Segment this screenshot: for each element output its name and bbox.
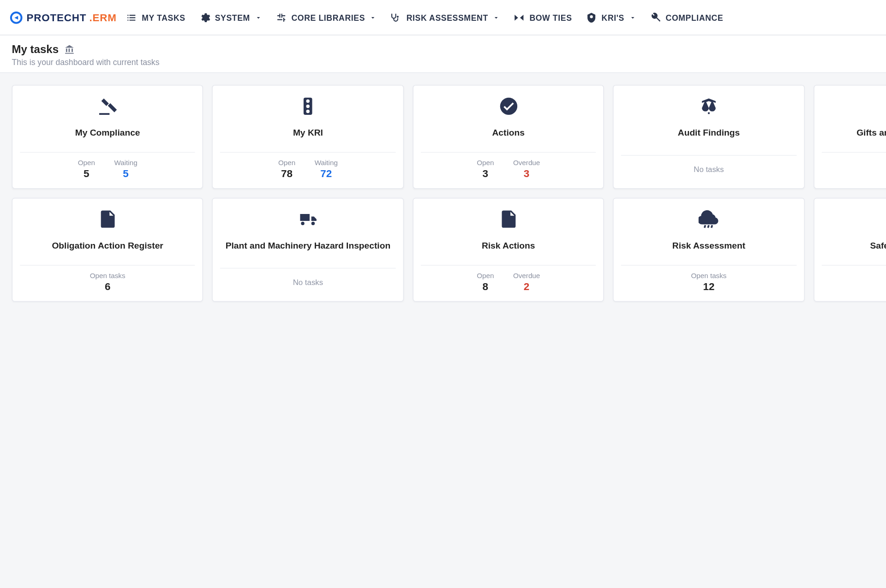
nav-label: SYSTEM [215, 13, 250, 22]
card-stats: Open5Waiting5 [20, 152, 195, 179]
card-title: My Compliance [75, 123, 140, 143]
kri-icon [585, 12, 597, 24]
card-single-stat: Open tasks2 [821, 152, 886, 179]
truck-icon [298, 209, 318, 230]
chevron-down-icon [629, 14, 636, 21]
brand-logo: PROTECHT.ERM [9, 10, 117, 25]
page-header: My tasks This is your dashboard with cur… [0, 36, 886, 73]
nav-label: COMPLIANCE [666, 13, 724, 22]
card-title: Gifts and Entertainments [856, 123, 886, 143]
list-icon [126, 12, 138, 24]
card-single-stat: Open tasks12 [621, 265, 796, 292]
rain-icon [699, 209, 719, 230]
stat-label-left: Open [477, 159, 494, 167]
card-plant-and-machinery-hazard-inspection[interactable]: Plant and Machinery Hazard InspectionNo … [212, 198, 404, 302]
stat-value-left: 8 [477, 280, 494, 292]
no-tasks-label: No tasks [220, 268, 395, 286]
nav-item-risk-assessment[interactable]: RISK ASSESSMENT [390, 12, 500, 24]
card-audit-findings[interactable]: Audit FindingsNo tasks [613, 85, 804, 189]
nav-item-system[interactable]: SYSTEM [198, 12, 262, 24]
card-title: Safety Inspections [870, 235, 886, 256]
nav-item-compliance[interactable]: COMPLIANCE [649, 12, 723, 24]
nav-item-kri-s[interactable]: KRI'S [585, 12, 636, 24]
doc-icon [498, 209, 519, 230]
card-title: Plant and Machinery Hazard Inspection [226, 235, 390, 256]
nav-label: MY TASKS [142, 13, 185, 22]
card-actions[interactable]: ActionsOpen3Overdue3 [413, 85, 604, 189]
card-title: Audit Findings [678, 123, 740, 143]
card-stats: Open8Overdue2 [421, 265, 596, 292]
single-value: 6 [20, 280, 195, 292]
stat-value-right: 3 [513, 167, 540, 179]
nav-label: CORE LIBRARIES [291, 13, 365, 22]
bank-icon [65, 44, 75, 54]
nav-item-core-libraries[interactable]: CORE LIBRARIES [275, 12, 377, 24]
card-single-stat: Open tasks7 [821, 265, 886, 292]
card-stats: Open3Overdue3 [421, 152, 596, 179]
stat-label-right: Overdue [513, 159, 540, 167]
nav-items: MY TASKSSYSTEMCORE LIBRARIESRISK ASSESSM… [126, 12, 723, 24]
card-title: My KRI [293, 123, 323, 143]
card-gifts-and-entertainments[interactable]: Gifts and EntertainmentsOpen tasks2 [814, 85, 886, 189]
nav-item-bow-ties[interactable]: BOW TIES [513, 12, 572, 24]
stat-value-right: 2 [513, 280, 540, 292]
card-risk-actions[interactable]: Risk ActionsOpen8Overdue2 [413, 198, 604, 302]
chevron-down-icon [254, 14, 262, 21]
brand-suffix: .ERM [90, 12, 117, 24]
stat-label-right: Waiting [315, 159, 338, 167]
chevron-down-icon [492, 14, 500, 21]
page-subtitle: This is your dashboard with current task… [12, 58, 886, 66]
card-title: Obligation Action Register [52, 235, 163, 256]
traffic-icon [298, 96, 318, 117]
stat-label-left: Open [477, 272, 494, 280]
card-stats: Open78Waiting72 [220, 152, 395, 179]
top-nav: PROTECHT.ERM MY TASKSSYSTEMCORE LIBRARIE… [0, 0, 886, 36]
bowtie-icon [513, 12, 525, 24]
single-label: Open tasks [621, 272, 796, 280]
nav-label: KRI'S [602, 13, 624, 22]
single-label: Open tasks [821, 159, 886, 167]
gavel-icon [97, 96, 118, 117]
stat-value-left: 3 [477, 167, 494, 179]
nav-label: RISK ASSESSMENT [407, 13, 488, 22]
brand-name: PROTECHT [27, 12, 87, 24]
doc-icon [97, 209, 118, 230]
check-circle-icon [498, 96, 519, 117]
logo-mark-icon [9, 10, 24, 25]
sliders-icon [275, 12, 287, 24]
single-value: 2 [821, 167, 886, 179]
nav-label: BOW TIES [529, 13, 572, 22]
stat-value-left: 78 [278, 167, 295, 179]
card-title: Actions [492, 123, 524, 143]
single-label: Open tasks [821, 272, 886, 280]
card-my-kri[interactable]: My KRIOpen78Waiting72 [212, 85, 404, 189]
card-my-compliance[interactable]: My ComplianceOpen5Waiting5 [12, 85, 204, 189]
card-single-stat: Open tasks6 [20, 265, 195, 292]
single-value: 12 [621, 280, 796, 292]
chevron-down-icon [370, 14, 377, 21]
cards-grid: My ComplianceOpen5Waiting5My KRIOpen78Wa… [0, 73, 886, 314]
card-risk-assessment[interactable]: Risk AssessmentOpen tasks12 [613, 198, 804, 302]
page-title: My tasks [12, 43, 59, 55]
card-obligation-action-register[interactable]: Obligation Action RegisterOpen tasks6 [12, 198, 204, 302]
nav-item-my-tasks[interactable]: MY TASKS [126, 12, 186, 24]
single-label: Open tasks [20, 272, 195, 280]
stat-value-left: 5 [78, 167, 95, 179]
stat-value-right: 5 [114, 167, 137, 179]
stat-value-right: 72 [315, 167, 338, 179]
card-safety-inspections[interactable]: Safety InspectionsOpen tasks7 [814, 198, 886, 302]
gear-icon [198, 12, 210, 24]
wrench-icon [649, 12, 661, 24]
no-tasks-label: No tasks [621, 155, 796, 173]
stat-label-left: Open [78, 159, 95, 167]
stethoscope-icon [390, 12, 402, 24]
single-value: 7 [821, 280, 886, 292]
card-title: Risk Assessment [672, 235, 745, 256]
stat-label-right: Waiting [114, 159, 137, 167]
stat-label-right: Overdue [513, 272, 540, 280]
stat-label-left: Open [278, 159, 295, 167]
scales-icon [699, 96, 719, 117]
card-title: Risk Actions [482, 235, 535, 256]
